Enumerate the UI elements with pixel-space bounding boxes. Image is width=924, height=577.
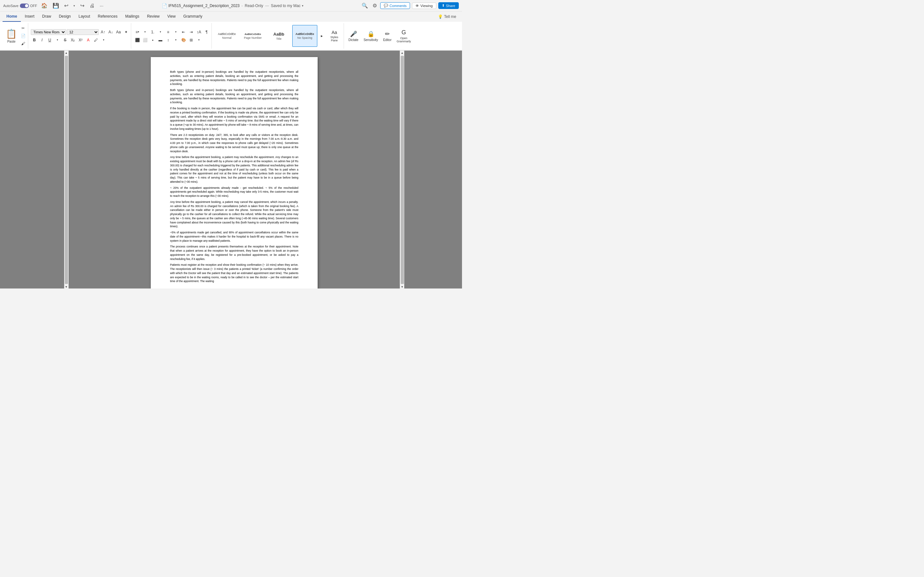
italic-button[interactable]: I — [39, 37, 45, 44]
paragraph-7: Any time before the appointment booking,… — [170, 200, 298, 229]
line-spacing-dropdown[interactable]: ▾ — [172, 37, 179, 44]
increase-font-button[interactable]: A↑ — [99, 29, 107, 35]
comments-button[interactable]: 💬 Comments — [380, 2, 410, 9]
tab-draw[interactable]: Draw — [38, 11, 55, 22]
multilevel-button[interactable]: ≡ — [165, 29, 172, 35]
font-color-button[interactable]: A — [85, 37, 92, 44]
scroll-thumb[interactable] — [65, 56, 68, 284]
format-painter-button[interactable]: 🖌 — [19, 40, 27, 47]
style-title-label: Title — [276, 37, 282, 40]
line-spacing-button[interactable]: ↕ — [165, 37, 172, 44]
tab-grammarly[interactable]: Grammarly — [179, 11, 206, 22]
styles-pane-button[interactable]: Aa StylesPane — [326, 25, 342, 47]
styles-scroll-right[interactable]: ▸ — [318, 32, 325, 39]
viewing-icon: 👁 — [415, 4, 419, 8]
search-icon[interactable]: 🔍 — [360, 2, 369, 9]
undo-dropdown[interactable]: ▾ — [72, 3, 76, 8]
align-row: ⬛ ⬜ ▪ ▬ ↕ ▾ 🎨 ⊞ ▾ — [134, 37, 202, 44]
redo-button[interactable]: ↪ — [79, 2, 86, 9]
decrease-font-button[interactable]: A↓ — [107, 29, 114, 35]
tab-design[interactable]: Design — [55, 11, 74, 22]
tab-layout[interactable]: Layout — [75, 11, 94, 22]
justify-button[interactable]: ▬ — [157, 37, 164, 44]
paragraph-3: If the booking is made in person, the ap… — [170, 106, 298, 131]
right-scroll-thumb[interactable] — [401, 56, 404, 284]
right-scroll-down[interactable]: ▼ — [400, 285, 404, 288]
bullets-button[interactable]: ≡• — [134, 29, 141, 35]
paragraph-6: ~ 20% of the outpatient appointments alr… — [170, 186, 298, 198]
font-name-row: Times New Roman 12 A↑ A↓ Aa ✦ — [31, 29, 129, 35]
style-normal[interactable]: AaBbCcDdEe Normal — [214, 25, 239, 47]
subscript-button[interactable]: X₂ — [69, 37, 76, 44]
highlight-button[interactable]: 🖊 — [92, 37, 99, 44]
share-icon: ⬆ — [442, 3, 445, 8]
increase-indent-button[interactable]: ⇥ — [188, 29, 195, 35]
autosave-control[interactable]: AutoSave OFF — [3, 3, 37, 8]
share-button[interactable]: ⬆ Share — [438, 2, 459, 9]
align-center-button[interactable]: ⬜ — [142, 37, 149, 44]
autosave-state: OFF — [30, 4, 37, 8]
align-right-button[interactable]: ▪ — [149, 37, 156, 44]
font-family-select[interactable]: Times New Roman — [31, 29, 66, 35]
sensitivity-button[interactable]: 🔒 Sensitivity — [362, 24, 380, 47]
show-marks-button[interactable]: ¶ — [203, 29, 210, 35]
multilevel-dropdown[interactable]: ▾ — [172, 29, 179, 35]
numbering-dropdown[interactable]: ▾ — [157, 29, 164, 35]
sort-button[interactable]: ↕A — [195, 29, 202, 35]
font-size-select[interactable]: 12 — [67, 29, 99, 35]
clipboard-group: 📋 Paste ✂ 📄 🖌 — [3, 23, 28, 49]
title-bar: AutoSave OFF 🏠 💾 ↩ ▾ ↪ 🖨 ··· 📄 IFN515_As… — [0, 0, 462, 11]
open-grammarly-button[interactable]: G OpenGrammarly — [395, 24, 413, 47]
scroll-down-button[interactable]: ▼ — [64, 285, 68, 288]
bold-button[interactable]: B — [31, 37, 38, 44]
numbering-button[interactable]: 1. — [149, 29, 156, 35]
save-button[interactable]: 💾 — [51, 2, 60, 9]
style-page-number[interactable]: AaBbCcDdEe Page Number — [240, 25, 265, 47]
undo-button[interactable]: ↩ — [63, 2, 69, 9]
style-title[interactable]: AaBb Title — [266, 25, 291, 47]
clear-format-button[interactable]: ✦ — [123, 29, 129, 35]
tab-review[interactable]: Review — [143, 11, 163, 22]
tab-references[interactable]: References — [94, 11, 121, 22]
paste-button[interactable]: 📋 Paste — [4, 24, 19, 47]
settings-icon[interactable]: ⚙ — [371, 2, 378, 9]
editor-button[interactable]: ✏ Editor — [381, 24, 393, 47]
tab-view[interactable]: View — [164, 11, 180, 22]
tab-home[interactable]: Home — [3, 11, 21, 22]
borders-dropdown[interactable]: ▾ — [195, 37, 202, 44]
right-scrollbar[interactable]: ▲ ▼ — [400, 51, 404, 288]
right-scroll-up[interactable]: ▲ — [400, 51, 404, 55]
strikethrough-button[interactable]: S — [61, 37, 69, 44]
editor-label: Editor — [383, 38, 391, 42]
decrease-indent-button[interactable]: ⇤ — [180, 29, 187, 35]
font-color-dropdown[interactable]: ▾ — [100, 37, 107, 44]
style-no-spacing[interactable]: AaBbCcDdEe No Spacing — [292, 25, 317, 47]
print-button[interactable]: 🖨 — [88, 2, 96, 9]
vertical-scrollbar[interactable]: ▲ ▼ — [64, 51, 69, 288]
cut-button[interactable]: ✂ — [19, 25, 27, 32]
underline-button[interactable]: U — [46, 37, 53, 44]
dictate-button[interactable]: 🎤 Dictate — [347, 24, 360, 47]
superscript-button[interactable]: X² — [77, 37, 84, 44]
borders-button[interactable]: ⊞ — [188, 37, 195, 44]
doc-title: IFN515_Assignment_2_Description_2023 — [168, 3, 240, 8]
autosave-toggle[interactable] — [20, 3, 29, 8]
more-commands-button[interactable]: ··· — [99, 3, 105, 9]
bullets-dropdown[interactable]: ▾ — [142, 29, 149, 35]
shading-button[interactable]: 🎨 — [180, 37, 187, 44]
paragraph-8: ~5% of appointments made get cancelled, … — [170, 230, 298, 243]
tab-mailings[interactable]: Mailings — [121, 11, 143, 22]
paste-icon: 📋 — [6, 29, 17, 39]
align-left-button[interactable]: ⬛ — [134, 37, 141, 44]
home-button[interactable]: 🏠 — [40, 2, 49, 9]
scroll-up-button[interactable]: ▲ — [64, 51, 68, 55]
tab-insert[interactable]: Insert — [21, 11, 38, 22]
saved-dropdown[interactable]: ▾ — [302, 4, 304, 7]
viewing-button[interactable]: 👁 Viewing — [412, 3, 436, 9]
copy-button[interactable]: 📄 — [19, 32, 27, 39]
font-case-button[interactable]: Aa — [115, 29, 122, 35]
underline-dropdown[interactable]: ▾ — [54, 37, 61, 44]
sensitivity-icon: 🔒 — [367, 31, 375, 37]
tell-me-input[interactable]: 💡 Tell me — [435, 13, 459, 20]
separator: - — [242, 3, 243, 8]
